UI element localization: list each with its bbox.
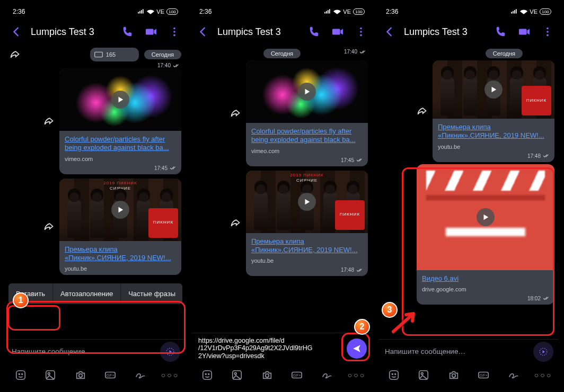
svg-point-26 [547,34,549,37]
attachment-icon-row: GIF+ ○○○ [378,363,559,387]
camera-icon[interactable] [447,369,461,381]
link-domain: vimeo.com [65,156,176,162]
more-attachments-icon[interactable]: ○○○ [350,371,364,379]
play-icon[interactable] [298,83,316,101]
sticker-icon[interactable] [387,369,401,381]
svg-point-33 [452,374,455,377]
message-bubble-drive[interactable]: Видео 6.avi drive.google.com 18:02 [417,164,554,305]
link-domain: youtu.be [251,257,363,264]
svg-point-25 [547,31,549,33]
chat-title: Lumpics Test 3 [31,26,112,38]
back-button[interactable] [10,26,23,38]
chat-area[interactable]: Сегодня ПИКНИК Премьера клипа «Пикник».С… [378,46,559,339]
svg-point-14 [360,31,362,33]
sticker-icon[interactable] [14,369,28,381]
message-clipped[interactable]: 165 [90,48,139,61]
battery-indicator: 100 [353,8,365,15]
video-call-button[interactable] [330,26,346,38]
gif-icon[interactable]: GIF+ [103,369,117,381]
more-button[interactable] [166,26,182,38]
link-domain: vimeo.com [251,148,363,154]
context-phrases[interactable]: Частые фразы [121,283,182,304]
gif-icon[interactable]: GIF+ [477,369,490,381]
message-input-bar: Напишите сообщение… [378,339,559,363]
svg-point-24 [547,28,549,30]
message-bubble-video-1[interactable]: Colorful powder/particles fly after bein… [59,68,181,174]
date-separator: Сегодня [486,49,523,58]
message-row: Видео 6.avi drive.google.com 18:02 [383,164,554,305]
back-button[interactable] [383,26,396,38]
message-row: Colorful powder/particles fly after bein… [196,60,368,166]
forward-icon[interactable] [230,218,241,228]
forward-icon[interactable] [43,221,54,232]
gallery-icon[interactable] [417,369,430,381]
gif-icon[interactable]: GIF+ [290,369,304,381]
video-thumbnail[interactable] [59,68,181,131]
status-icons: VE 100 [324,8,365,15]
forward-icon[interactable] [417,106,427,117]
video-call-button[interactable] [516,26,532,38]
message-input[interactable]: Напишите сообщение… [384,348,531,356]
status-icons: VE 100 [510,8,551,15]
message-link[interactable]: Премьера клипа «Пикник».СИЯНИЕ, 2019 NEW… [251,237,358,254]
call-button[interactable] [120,26,136,38]
message-bubble-video-2[interactable]: ПИКНИК Премьера клипа «Пикник».СИЯНИЕ, 2… [433,60,554,162]
chat-area[interactable]: Сегодня 17:40 Colorful powder/particles … [192,46,372,333]
voice-record-button[interactable] [160,342,180,362]
call-button[interactable] [306,26,322,38]
forward-icon[interactable] [43,116,54,127]
play-icon[interactable] [111,91,129,109]
status-time: 2:36 [13,8,25,15]
message-input[interactable]: Напишите сообщение… [11,348,158,356]
message-link[interactable]: Colorful powder/particles fly after bein… [251,127,356,144]
sticker-icon[interactable] [200,369,214,381]
svg-point-29 [392,373,393,375]
more-button[interactable] [353,26,369,38]
message-bubble-video-2[interactable]: 2019 ПИКНИК СИЯНИЕ ПИКНИК Премьера клипа… [59,179,181,275]
message-input[interactable]: https://drive.google.com/file/d /12V1rDv… [197,337,345,360]
svg-point-32 [421,372,424,375]
forward-icon[interactable] [10,49,20,60]
gallery-icon[interactable] [230,369,244,381]
message-link[interactable]: Премьера клипа «Пикник».СИЯНИЕ, 2019 NEW… [438,123,544,139]
svg-point-21 [266,374,269,377]
doodle-icon[interactable] [507,369,521,381]
message-link[interactable]: Видео 6.avi [422,274,459,282]
step-badge-2: 2 [354,319,370,335]
album-badge: ПИКНИК [335,200,365,230]
context-autofill[interactable]: Автозаполнение [53,283,121,304]
video-call-button[interactable] [143,26,159,38]
video-thumbnail[interactable] [246,60,368,123]
more-button[interactable] [540,26,556,38]
voice-record-button[interactable] [533,342,553,362]
message-bubble-video-2[interactable]: 2019 ПИКНИК СИЯНИЕ ПИКНИК Премьера клипа… [246,171,368,277]
video-thumbnail[interactable]: 2019 ПИКНИК СИЯНИЕ ПИКНИК [59,179,181,241]
more-attachments-icon[interactable]: ○○○ [536,371,550,379]
play-icon[interactable] [477,208,495,226]
status-bar: 2:36 VE 100 [5,5,186,18]
message-link[interactable]: Премьера клипа «Пикник».СИЯНИЕ, 2019 NEW… [65,245,171,262]
play-icon[interactable] [298,193,316,211]
camera-icon[interactable] [74,369,87,381]
doodle-icon[interactable] [134,369,147,381]
forward-icon[interactable] [230,108,241,119]
back-button[interactable] [196,26,210,38]
chat-area[interactable]: 165 Сегодня 17:40 Colorful powder/partic… [5,46,186,339]
play-icon[interactable] [484,81,503,99]
camera-icon[interactable] [260,369,274,381]
call-button[interactable] [493,26,509,38]
play-icon[interactable] [111,201,129,219]
message-link[interactable]: Colorful powder/particles fly after bein… [65,135,169,152]
message-bubble-video-1[interactable]: Colorful powder/particles fly after bein… [246,60,368,166]
doodle-icon[interactable] [320,369,334,381]
svg-text:GIF+: GIF+ [480,373,488,377]
send-button[interactable] [347,338,367,359]
svg-point-15 [360,34,362,37]
video-thumbnail[interactable]: 2019 ПИКНИК СИЯНИЕ ПИКНИК [246,171,368,233]
more-attachments-icon[interactable]: ○○○ [163,371,177,379]
svg-point-30 [395,373,396,375]
chat-header: Lumpics Test 3 [378,18,559,46]
video-thumbnail[interactable]: ПИКНИК [433,60,554,119]
video-thumbnail[interactable] [417,164,554,270]
gallery-icon[interactable] [43,369,57,381]
